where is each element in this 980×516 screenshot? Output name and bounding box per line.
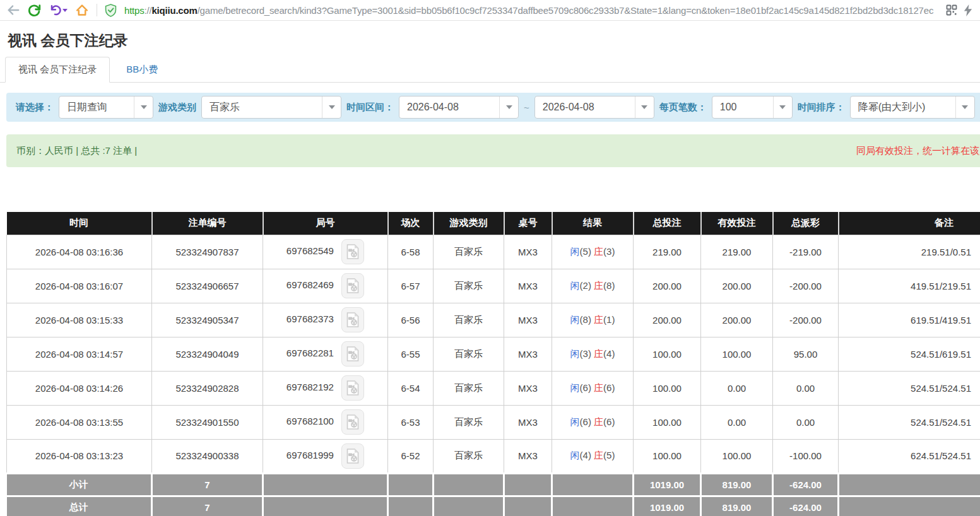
result-player-score: (5) [580,246,591,257]
address-bar[interactable]: https://kiqiiu.com/game/betrecord_search… [124,5,938,16]
cell-game-type: 百家乐 [434,303,504,337]
cell-round: 697681999 [263,439,388,473]
cell-session: 6-56 [388,303,434,337]
game-type-label: 游戏类别 [158,102,196,114]
cell-total-bet: 219.00 [634,235,701,269]
chevron-down-icon[interactable] [499,97,518,118]
time-range-label: 时间区间： [346,102,394,114]
result-player-score: (3) [580,348,591,359]
lightning-icon[interactable] [964,4,972,16]
undo-icon[interactable] [49,4,68,16]
table-row: 2026-04-08 03:16:07 523324906657 6976824… [7,269,980,303]
table-row: 2026-04-08 03:13:55 523324901550 6976821… [7,405,980,439]
per-page-value: 100 [712,102,773,113]
cell-round: 697682373 [263,303,388,337]
tab-bb-tips[interactable]: BB小费 [110,57,174,82]
header-payout: 总派彩 [773,212,839,235]
undo-dropdown-caret[interactable] [62,9,68,12]
video-file-icon [346,346,359,361]
total-count: 7 [152,496,263,516]
cell-game-type: 百家乐 [434,405,504,439]
home-icon[interactable] [75,4,89,17]
cell-bet-id: 523324901550 [152,405,263,439]
cell-payout: -200.00 [773,303,839,337]
video-file-icon [346,449,359,464]
cell-round: 697682192 [263,371,388,405]
refresh-icon[interactable] [28,4,41,17]
result-banker-score: (8) [603,280,615,291]
per-page-label: 每页笔数： [659,102,707,114]
cell-bet-id: 523324907837 [152,235,263,269]
cell-payout: -219.00 [773,235,839,269]
shield-icon[interactable] [105,4,117,17]
cell-session: 6-55 [388,337,434,371]
sort-order-select[interactable]: 降幂(由大到小) [850,96,975,119]
back-icon[interactable] [6,4,20,16]
url-domain: kiqiiu.com [151,5,197,16]
round-number: 697682373 [286,314,334,324]
table-row: 2026-04-08 03:16:36 523324907837 6976825… [7,235,980,269]
result-banker: 庄 [594,246,603,257]
video-replay-button[interactable] [341,409,364,435]
chevron-down-icon[interactable] [635,97,654,118]
total-total-bet: 1019.00 [634,496,701,516]
subtotal-row: 小计 7 1019.00 819.00 -624.00 [7,473,980,496]
result-banker: 庄 [594,348,603,359]
result-banker: 庄 [594,416,603,427]
video-file-icon [346,312,359,327]
cell-game-type: 百家乐 [434,439,504,473]
qr-code-icon[interactable] [946,4,957,16]
cell-round: 697682469 [263,269,388,303]
header-time: 时间 [7,212,152,235]
cell-time: 2026-04-08 03:14:26 [7,371,152,405]
cell-session: 6-52 [388,439,434,473]
result-player: 闲 [570,382,580,393]
round-number: 697682549 [286,245,334,256]
same-round-notice: 同局有效投注，统一计算在该局 [856,145,980,157]
cell-time: 2026-04-08 03:13:23 [7,439,152,473]
chevron-down-icon[interactable] [322,97,341,118]
currency-total-text: 币别：人民币 | 总共 :7 注单 | [16,145,137,157]
cell-session: 6-53 [388,405,434,439]
cell-valid-bet: 0.00 [701,371,773,405]
header-table-no: 桌号 [504,212,552,235]
game-type-select[interactable]: 百家乐 [201,96,341,119]
round-number: 697682281 [286,348,334,358]
video-replay-button[interactable] [341,239,364,264]
cell-round: 697682100 [263,405,388,439]
date-from-select[interactable]: 2026-04-08 [399,96,519,119]
video-replay-button[interactable] [341,341,364,366]
header-result: 结果 [552,212,634,235]
sort-order-value: 降幂(由大到小) [851,101,955,114]
total-payout: -624.00 [773,496,839,516]
chevron-down-icon[interactable] [955,97,974,118]
tab-bet-records[interactable]: 视讯 会员下注纪录 [5,57,110,83]
cell-table-no: MX3 [504,337,552,371]
chevron-down-icon[interactable] [773,97,792,118]
chevron-down-icon[interactable] [134,97,153,118]
header-note: 备注 [839,212,980,235]
result-player-score: (6) [580,382,591,393]
cell-payout: 95.00 [773,337,839,371]
date-range-tilde: ~ [524,102,529,113]
cell-result: 闲(6) 庄(6) [552,371,634,405]
result-player: 闲 [570,450,580,460]
video-replay-button[interactable] [341,443,364,469]
total-row: 总计 7 1019.00 819.00 -624.00 [7,496,980,516]
cell-session: 6-57 [388,269,434,303]
result-player: 闲 [570,280,580,291]
video-replay-button[interactable] [341,273,364,298]
video-replay-button[interactable] [341,307,364,332]
header-total-bet: 总投注 [634,212,701,235]
video-replay-button[interactable] [341,375,364,401]
cell-payout: -100.00 [773,439,839,473]
query-mode-select[interactable]: 日期查询 [59,96,153,119]
result-banker-score: (4) [603,348,615,359]
tab-bar: 视讯 会员下注纪录 BB小费 [0,57,980,83]
url-scheme: https [124,5,145,16]
cell-note: 624.51/524.51 [839,439,980,473]
total-label: 总计 [7,496,152,516]
date-to-select[interactable]: 2026-04-08 [534,96,654,119]
per-page-select[interactable]: 100 [712,96,793,119]
result-banker-score: (5) [603,450,615,460]
